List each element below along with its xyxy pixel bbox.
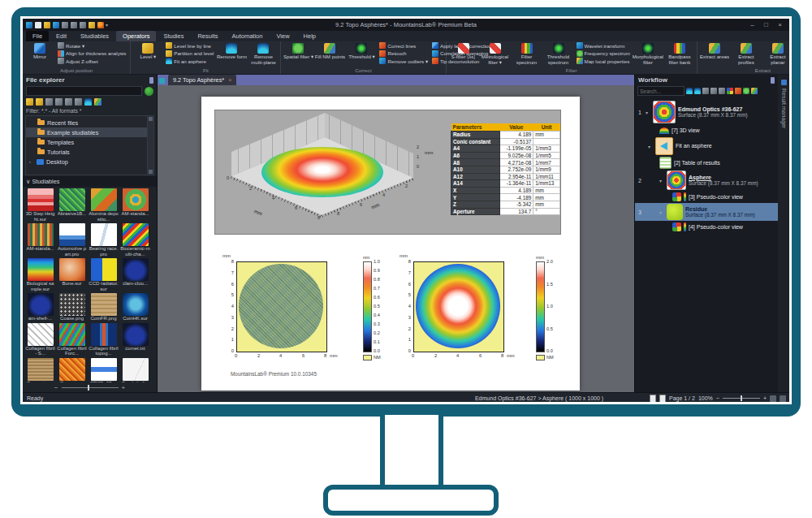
workflow-node-residue[interactable]: 3 ▾ Residue Surface (8.37 mm X 8.37 mm): [635, 203, 778, 221]
studiable-thumbnail[interactable]: Collagen fibril topog...: [89, 323, 119, 356]
result-manager-icon[interactable]: [781, 80, 787, 85]
ribbon-button[interactable]: Level line by line: [164, 42, 215, 50]
zoom-slider[interactable]: [723, 398, 760, 399]
studiable-thumbnail[interactable]: am-shell-...: [25, 293, 55, 322]
3d-view-panel[interactable]: 0 2 4 6 8 mm 8 6 4 2: [214, 110, 561, 235]
studiable-thumbnail[interactable]: clam-clou...: [120, 258, 150, 291]
folder-tree-item[interactable]: Tutorials: [26, 147, 153, 157]
ribbon-button[interactable]: Remove multi-plane form: [248, 42, 279, 67]
page-view-icon[interactable]: [650, 395, 656, 403]
full-screen-icon[interactable]: [780, 395, 786, 402]
workflow-tool-icon[interactable]: [702, 88, 709, 94]
quick-access-icon[interactable]: [89, 22, 95, 28]
explorer-tool-icon[interactable]: [55, 98, 63, 106]
fit-view-icon[interactable]: [770, 395, 776, 402]
explorer-tool-icon[interactable]: [36, 98, 43, 106]
studiable-thumbnail[interactable]: Abrasive1B...: [57, 188, 87, 222]
studiable-thumbnail[interactable]: Collagen fibril - S...: [25, 323, 55, 356]
expander-icon[interactable]: ▾: [648, 144, 653, 149]
studiable-thumbnail[interactable]: Crankshaft...: [120, 358, 150, 382]
explorer-tool-icon[interactable]: [45, 98, 53, 106]
studiable-thumbnail[interactable]: Bone.sur: [57, 258, 87, 291]
asphere-pseudo-color-plot[interactable]: [413, 261, 504, 352]
studiable-thumbnail[interactable]: CPI25_07.pro: [89, 358, 119, 382]
studiable-thumbnail[interactable]: Coaxe.png: [57, 293, 87, 322]
path-input[interactable]: [26, 86, 142, 96]
studiable-thumbnail[interactable]: Automotive part.pro: [57, 223, 87, 257]
explorer-tool-icon[interactable]: [75, 98, 82, 106]
ribbon-button[interactable]: Bandpass filter bank: [664, 42, 695, 67]
slider-track[interactable]: [62, 387, 119, 388]
slider-thumb[interactable]: [88, 385, 89, 391]
workflow-node-3d-view[interactable]: [7] 3D view: [635, 124, 778, 136]
studiable-thumbnail[interactable]: CCD radiator.sur: [89, 258, 119, 291]
document-tab[interactable]: 9.2 Topo Asphères* ×: [168, 75, 236, 85]
quick-access-icon[interactable]: [44, 22, 50, 28]
menu-tab[interactable]: Automation: [225, 31, 269, 41]
quick-access-icon[interactable]: [26, 22, 32, 28]
ribbon-button[interactable]: Correct lines: [378, 42, 430, 50]
menu-tab[interactable]: Help: [297, 31, 322, 41]
studiables-section-header[interactable]: ∨ Studiables: [23, 176, 157, 187]
ribbon-button[interactable]: Adjust Z-offset: [56, 58, 127, 65]
studiable-thumbnail[interactable]: Bearing race.pro: [89, 223, 119, 257]
folder-tree-item[interactable]: Templates: [26, 137, 153, 147]
quick-access-icon[interactable]: [80, 22, 86, 28]
quick-access-icon[interactable]: [53, 22, 59, 28]
minimize-button[interactable]: –: [746, 20, 758, 29]
ribbon-button[interactable]: Rotate ▾: [56, 42, 127, 50]
zoom-in-icon[interactable]: +: [122, 384, 126, 391]
explorer-tool-icon[interactable]: [94, 98, 102, 106]
folder-tree-item-desktop[interactable]: › Desktop: [26, 157, 153, 166]
zoom-slider-thumb[interactable]: [741, 395, 742, 401]
menu-tab[interactable]: File: [26, 31, 49, 41]
workflow-tool-icon[interactable]: [694, 88, 701, 94]
workflow-tool-icon[interactable]: [751, 88, 758, 94]
studiable-thumbnail[interactable]: Connector wear-Imag...: [25, 358, 55, 382]
ribbon-button[interactable]: Fill NM points: [314, 42, 345, 67]
studiable-thumbnail[interactable]: CoinHK.sur: [120, 293, 150, 322]
quick-access-icon[interactable]: [71, 22, 77, 28]
ribbon-button[interactable]: Metrological filter ▾: [480, 42, 511, 67]
quick-access-icon[interactable]: [97, 22, 104, 28]
expander-icon[interactable]: ▾: [646, 110, 650, 115]
menu-tab[interactable]: Results: [191, 31, 224, 41]
quick-access-icon[interactable]: [62, 22, 68, 28]
close-tab-icon[interactable]: ×: [228, 77, 231, 83]
workflow-tool-icon[interactable]: [743, 88, 749, 94]
ribbon-button[interactable]: Extract profiles: [731, 42, 762, 67]
workflow-tool-icon[interactable]: [719, 88, 725, 94]
ribbon-button[interactable]: Extract areas: [699, 42, 730, 67]
ribbon-button[interactable]: Partition and level: [164, 50, 215, 58]
menu-tab[interactable]: View: [270, 31, 296, 41]
pages-view-icon[interactable]: [659, 395, 666, 403]
ribbon-button[interactable]: Fit an asphere: [164, 58, 215, 65]
ribbon-button[interactable]: Remove outliers ▾: [378, 58, 430, 65]
go-up-button[interactable]: [145, 87, 153, 96]
ribbon-button[interactable]: Extract planar contour: [762, 42, 789, 67]
studiable-thumbnail[interactable]: comet.txt: [120, 323, 150, 356]
zoom-out-icon[interactable]: −: [716, 395, 719, 401]
ribbon-button[interactable]: Level ▾: [132, 42, 163, 67]
expander-icon[interactable]: ›: [29, 159, 34, 164]
quick-access-icon[interactable]: [35, 22, 41, 28]
ribbon-button[interactable]: Spatial filter ▾: [283, 42, 313, 67]
ribbon-button[interactable]: Threshold ▾: [346, 42, 377, 67]
studiable-thumbnail[interactable]: Copper.sur: [57, 358, 87, 382]
workflow-node-table-results[interactable]: [2] Table of results: [635, 156, 778, 170]
ribbon-button[interactable]: Frequency spectrum: [575, 50, 632, 58]
workflow-tool-icon[interactable]: [686, 88, 693, 94]
ribbon-button[interactable]: Morphological filter: [633, 42, 663, 67]
workflow-node-fit-asphere[interactable]: ▾ Fit an asphere: [635, 136, 778, 156]
menu-tab[interactable]: Operators: [116, 31, 156, 41]
pin-icon[interactable]: [771, 77, 775, 84]
expander-icon[interactable]: ▾: [659, 209, 664, 215]
studiable-thumbnail[interactable]: 3D Step Height.sur: [25, 188, 55, 222]
pin-icon[interactable]: [149, 77, 153, 84]
expander-icon[interactable]: ▾: [659, 178, 664, 183]
ribbon-button[interactable]: Remove form: [216, 42, 247, 67]
zoom-out-icon[interactable]: −: [54, 384, 58, 391]
ribbon-button[interactable]: Mirror: [24, 42, 55, 67]
explorer-tool-icon[interactable]: [65, 98, 72, 106]
zoom-in-icon[interactable]: +: [763, 395, 767, 401]
